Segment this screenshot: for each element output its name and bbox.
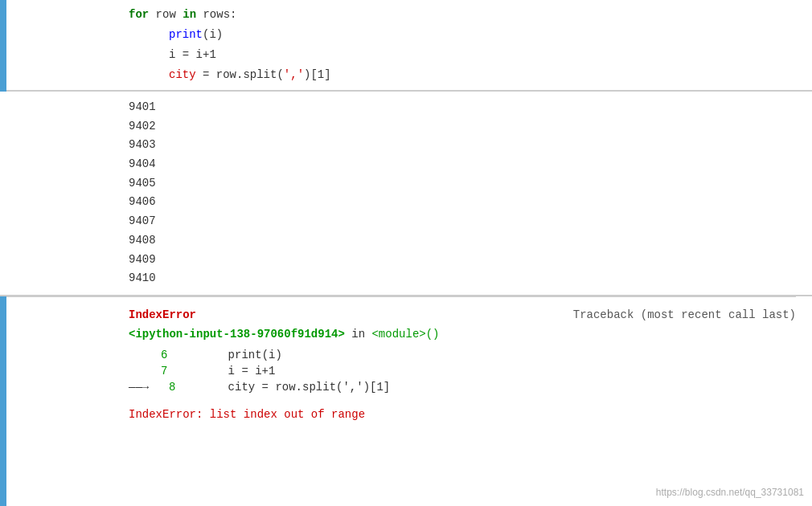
page-container: for row in rows: print (i) i = i+1 city … (0, 0, 812, 506)
string-literal: ',' (284, 67, 304, 84)
keyword-for: for (129, 6, 149, 23)
code-text: i = i+1 (169, 47, 216, 63)
location-mid: in (351, 328, 371, 341)
code-line-3: i = i+1 (0, 45, 812, 65)
traceback-linenum-8: 8 (169, 381, 193, 394)
error-header: IndexError Traceback (most recent call l… (0, 305, 812, 324)
line-number-9407: 9407 (0, 212, 812, 231)
traceback-code-7: i = i+1 (201, 365, 275, 377)
line-number-9406: 9406 (0, 193, 812, 212)
line-numbers-section: 9401 9402 9403 9404 9405 9406 9407 9408 … (0, 92, 812, 296)
line-number-9402: 9402 (0, 117, 812, 137)
variable-city: city (169, 67, 196, 84)
code-line-1: for row in rows: (0, 5, 812, 25)
code-line-4: city = row.split( ',' )[1] (0, 65, 812, 85)
line-number-9403: 9403 (0, 136, 812, 155)
error-type-label: IndexError (129, 308, 196, 321)
line-number-9404: 9404 (0, 155, 812, 174)
traceback-code-8: city = row.split(',')[1] (201, 381, 390, 394)
error-location: <ipython-input-138-97060f91d914> in <mod… (0, 324, 812, 344)
code-text: (i) (203, 27, 223, 43)
line-number-9401: 9401 (0, 98, 812, 117)
string-literal-8: ',' (342, 381, 363, 394)
ipython-input: <ipython-input-138-97060f91d914> (129, 328, 345, 341)
code-line-2: print (i) (0, 25, 812, 45)
code-text: = row.split( (196, 67, 284, 84)
keyword-in: in (182, 6, 196, 23)
line-number-9409: 9409 (0, 251, 812, 270)
line-number-9408: 9408 (0, 231, 812, 251)
code-text: rows: (196, 6, 236, 23)
traceback-code-6: print(i) (201, 349, 282, 361)
top-code-section: for row in rows: print (i) i = i+1 city … (0, 0, 812, 92)
traceback-linenum-7: 7 (161, 365, 185, 377)
traceback-linenum-6: 6 (161, 349, 185, 361)
traceback-line-7: 7 i = i+1 (0, 363, 812, 379)
error-message: IndexError: list index out of range (0, 398, 812, 424)
code-text: )[1] (304, 67, 331, 84)
line-number-9410: 9410 (0, 269, 812, 288)
print-func-6: print (228, 349, 262, 361)
line-number-9405: 9405 (0, 174, 812, 194)
traceback-line-8: ——→ 8 city = row.split(',')[1] (0, 379, 812, 395)
error-section: IndexError Traceback (most recent call l… (0, 297, 812, 432)
watermark: https://blog.csdn.net/qq_33731081 (656, 487, 804, 498)
arrow-indicator: ——→ (129, 381, 161, 394)
module-label: <module>() (371, 328, 439, 341)
traceback-label: Traceback (most recent call last) (573, 308, 796, 321)
function-print: print (169, 27, 203, 43)
traceback-line-6: 6 print(i) (0, 347, 812, 363)
code-text: row (149, 6, 182, 23)
traceback-code-lines: 6 print(i) 7 i = i+1 ——→ 8 city = row.sp… (0, 344, 812, 398)
